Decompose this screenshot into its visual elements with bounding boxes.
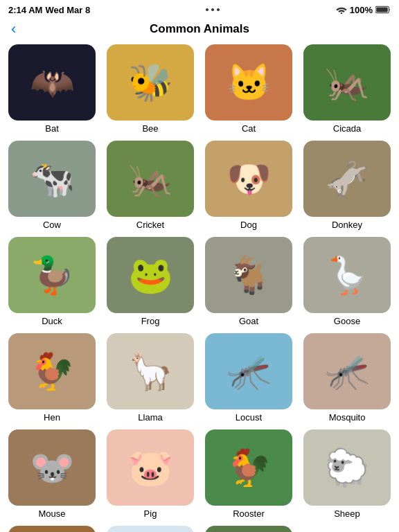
animal-label-mouse: Mouse xyxy=(38,508,65,519)
animal-label-sheep: Sheep xyxy=(334,508,360,519)
animal-emoji-hen: 🐓 xyxy=(8,333,96,409)
animal-image-bat: 🦇 xyxy=(8,44,96,121)
animal-label-bat: Bat xyxy=(45,123,59,134)
animal-emoji-turkey: 🦃 xyxy=(205,526,292,532)
animal-emoji-cricket: 🦗 xyxy=(107,141,194,217)
animal-image-donkey: 🫏 xyxy=(303,141,391,217)
animal-item-turkey[interactable]: 🦃Turkey xyxy=(201,526,296,532)
animal-item-cow[interactable]: 🐄Cow xyxy=(4,141,100,234)
battery-icon xyxy=(375,6,391,14)
animal-emoji-cat: 🐱 xyxy=(205,44,292,121)
animal-emoji-duck: 🦆 xyxy=(8,237,96,313)
animal-image-duck: 🦆 xyxy=(8,237,96,313)
animal-label-llama: Llama xyxy=(138,412,162,423)
animal-item-egret[interactable]: 🦢Egret xyxy=(103,526,198,532)
animal-item-squirrel[interactable]: 🐿️Squirrel xyxy=(4,526,100,532)
status-dots xyxy=(206,8,220,11)
animal-item-pig[interactable]: 🐷Pig xyxy=(103,429,198,523)
animal-emoji-mosquito: 🦟 xyxy=(303,333,391,409)
animal-item-mouse[interactable]: 🐭Mouse xyxy=(4,429,100,523)
animal-item-dog[interactable]: 🐶Dog xyxy=(201,141,296,234)
animal-grid: 🦇Bat🐝Bee🐱Cat🦗Cicada🐄Cow🦗Cricket🐶Dog🫏Donk… xyxy=(0,42,399,532)
animal-item-duck[interactable]: 🦆Duck xyxy=(4,237,100,330)
animal-item-cricket[interactable]: 🦗Cricket xyxy=(103,141,198,234)
animal-image-frog: 🐸 xyxy=(107,237,194,313)
animal-image-cricket: 🦗 xyxy=(107,141,194,217)
animal-label-cricket: Cricket xyxy=(136,220,164,230)
back-button[interactable]: ‹ xyxy=(11,20,16,38)
animal-label-donkey: Donkey xyxy=(332,220,362,230)
status-time-date: 2:14 AM Wed Mar 8 xyxy=(8,5,90,15)
animal-item-goose[interactable]: 🪿Goose xyxy=(299,237,395,330)
svg-rect-2 xyxy=(376,8,388,12)
animal-label-dog: Dog xyxy=(240,220,257,230)
animal-label-bee: Bee xyxy=(142,123,158,134)
animal-image-dog: 🐶 xyxy=(205,141,292,217)
battery: 100% xyxy=(350,5,373,15)
animal-image-goose: 🪿 xyxy=(303,237,391,313)
animal-emoji-locust: 🦟 xyxy=(205,333,292,409)
animal-image-hen: 🐓 xyxy=(8,333,96,409)
animal-label-goat: Goat xyxy=(239,316,258,326)
animal-emoji-llama: 🦙 xyxy=(107,333,194,409)
animal-item-mosquito[interactable]: 🦟Mosquito xyxy=(299,333,395,427)
animal-label-pig: Pig xyxy=(144,508,157,519)
animal-image-llama: 🦙 xyxy=(107,333,194,409)
animal-item-frog[interactable]: 🐸Frog xyxy=(103,237,198,330)
animal-item-locust[interactable]: 🦟Locust xyxy=(201,333,296,427)
date: Wed Mar 8 xyxy=(45,5,90,15)
animal-emoji-sheep: 🐑 xyxy=(303,429,391,506)
animal-item-sheep[interactable]: 🐑Sheep xyxy=(299,429,395,523)
animal-item-donkey[interactable]: 🫏Donkey xyxy=(299,141,395,234)
animal-emoji-rooster: 🐓 xyxy=(205,429,292,506)
animal-image-sheep: 🐑 xyxy=(303,429,391,506)
animal-image-cow: 🐄 xyxy=(8,141,96,217)
wifi-icon xyxy=(336,6,347,14)
animal-emoji-mouse: 🐭 xyxy=(8,429,96,506)
animal-label-rooster: Rooster xyxy=(233,508,265,519)
animal-emoji-frog: 🐸 xyxy=(107,237,194,313)
animal-image-cat: 🐱 xyxy=(205,44,292,121)
animal-emoji-squirrel: 🐿️ xyxy=(8,526,96,532)
animal-emoji-goat: 🐐 xyxy=(205,237,292,313)
animal-emoji-bee: 🐝 xyxy=(107,44,194,121)
animal-item-bat[interactable]: 🦇Bat xyxy=(4,44,100,138)
animal-label-mosquito: Mosquito xyxy=(329,412,366,423)
animal-image-egret: 🦢 xyxy=(107,526,194,532)
animal-item-rooster[interactable]: 🐓Rooster xyxy=(201,429,296,523)
status-icons: 100% xyxy=(336,5,391,15)
animal-emoji-dog: 🐶 xyxy=(205,141,292,217)
svg-point-0 xyxy=(340,12,342,14)
animal-image-goat: 🐐 xyxy=(205,237,292,313)
animal-label-hen: Hen xyxy=(44,412,60,423)
animal-item-goat[interactable]: 🐐Goat xyxy=(201,237,296,330)
animal-image-turkey: 🦃 xyxy=(205,526,292,532)
animal-label-duck: Duck xyxy=(42,316,62,326)
animal-item-bee[interactable]: 🐝Bee xyxy=(103,44,198,138)
animal-emoji-goose: 🪿 xyxy=(303,237,391,313)
animal-image-mosquito: 🦟 xyxy=(303,333,391,409)
animal-image-pig: 🐷 xyxy=(107,429,194,506)
animal-label-cow: Cow xyxy=(43,220,61,230)
animal-label-cat: Cat xyxy=(242,123,256,134)
animal-emoji-pig: 🐷 xyxy=(107,429,194,506)
animal-image-cicada: 🦗 xyxy=(303,44,391,121)
animal-item-cat[interactable]: 🐱Cat xyxy=(201,44,296,138)
page-title: Common Animals xyxy=(150,22,249,36)
animal-emoji-cow: 🐄 xyxy=(8,141,96,217)
animal-label-cicada: Cicada xyxy=(333,123,361,134)
nav-bar: ‹ Common Animals xyxy=(0,19,399,42)
animal-emoji-egret: 🦢 xyxy=(107,526,194,532)
animal-image-rooster: 🐓 xyxy=(205,429,292,506)
animal-emoji-donkey: 🫏 xyxy=(303,141,391,217)
animal-image-locust: 🦟 xyxy=(205,333,292,409)
animal-label-goose: Goose xyxy=(334,316,360,326)
animal-image-mouse: 🐭 xyxy=(8,429,96,506)
animal-label-locust: Locust xyxy=(236,412,262,423)
status-bar: 2:14 AM Wed Mar 8 100% xyxy=(0,0,399,19)
animal-image-squirrel: 🐿️ xyxy=(8,526,96,532)
animal-label-frog: Frog xyxy=(141,316,160,326)
animal-item-llama[interactable]: 🦙Llama xyxy=(103,333,198,427)
animal-item-cicada[interactable]: 🦗Cicada xyxy=(299,44,395,138)
animal-item-hen[interactable]: 🐓Hen xyxy=(4,333,100,427)
